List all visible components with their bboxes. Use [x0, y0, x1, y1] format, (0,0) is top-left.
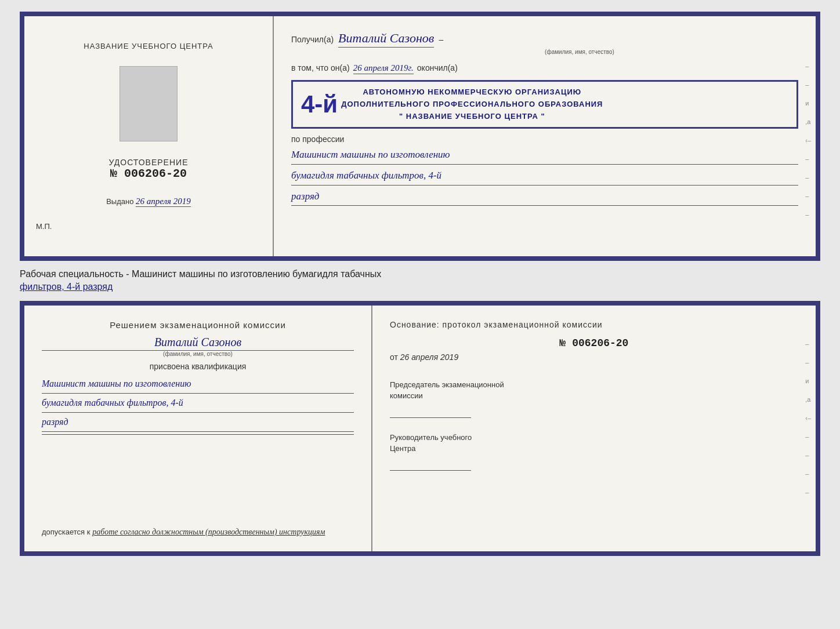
vtom-line: в том, что он(а) 26 апреля 2019г. окончи…: [291, 63, 798, 74]
qual-line3: разряд: [42, 413, 354, 432]
stamp-number-row: 4-й АВТОНОМНУЮ НЕКОММЕРЧЕСКУЮ ОРГАНИЗАЦИ…: [301, 86, 788, 122]
school-name-label: НАЗВАНИЕ УЧЕБНОГО ЦЕНТРА: [84, 42, 213, 50]
cert-bottom-left: Решением экзаменационной комиссии Витали…: [24, 306, 372, 551]
resheniem-text: Решением экзаменационной комиссии: [42, 320, 354, 330]
side-mark-1: –: [805, 63, 811, 70]
between-text2: фильтров, 4-й разряд: [20, 282, 113, 292]
stamp-line3: " НАЗВАНИЕ УЧЕБНОГО ЦЕНТРА ": [341, 111, 603, 123]
profession-line3: разряд: [291, 188, 798, 206]
predsedatel-label: Председатель экзаменационной комиссии: [390, 379, 798, 402]
ot-date-line: от 26 апреля 2019: [390, 352, 798, 362]
bottom-certificate: Решением экзаменационной комиссии Витали…: [20, 301, 820, 556]
cert-bottom-right: Основание: протокол экзаменационной коми…: [372, 306, 816, 551]
poluchil-row: Получил(а) Виталий Сазонов –: [291, 31, 798, 48]
cert-left-panel: НАЗВАНИЕ УЧЕБНОГО ЦЕНТРА УДОСТОВЕРЕНИЕ №…: [24, 16, 274, 256]
predsedatel-signature-line: [390, 406, 471, 418]
rukovoditel-label: Руководитель учебного Центра: [390, 432, 798, 455]
side-mark-4: –: [805, 174, 811, 181]
side-marks-top: – – и ,а ‹– – – – –: [805, 63, 811, 218]
rukovoditel-block: Руководитель учебного Центра: [390, 432, 798, 473]
side-mark-left: ‹–: [805, 137, 811, 144]
side-mark-5: –: [805, 192, 811, 199]
side-mark-2: –: [805, 81, 811, 88]
side-mark-bа: ,а: [805, 396, 811, 403]
side-mark-b3: –: [805, 433, 811, 440]
vydano-prefix: Выдано: [106, 197, 133, 206]
ot-prefix: от: [390, 352, 398, 362]
dash-top: –: [439, 35, 443, 44]
vtom-label: в том, что он(а): [291, 63, 350, 72]
qual-line2: бумагидля табачных фильтров, 4-й: [42, 394, 354, 413]
side-mark-b1: –: [805, 340, 811, 347]
osnovanie-label: Основание: протокол экзаменационной коми…: [390, 320, 798, 329]
predsedatel-block: Председатель экзаменационной комиссии: [390, 379, 798, 420]
stamp-number-large: 4-й: [301, 90, 338, 118]
po-professii-label: по профессии: [291, 134, 798, 144]
fio-subtitle-top: (фамилия, имя, отчество): [361, 49, 798, 55]
side-mark-b5: –: [805, 470, 811, 477]
side-mark-b2: –: [805, 359, 811, 366]
profession-line2: бумагидля табачных фильтров, 4-й: [291, 167, 798, 186]
okончил-label: окончил(а): [417, 63, 458, 72]
vydano-line: Выдано 26 апреля 2019: [106, 197, 191, 206]
stamp-block: 4-й АВТОНОМНУЮ НЕКОММЕРЧЕСКУЮ ОРГАНИЗАЦИ…: [291, 80, 798, 129]
vydano-date: 26 апреля 2019: [136, 197, 191, 207]
side-mark-bи: и: [805, 377, 811, 384]
dopuskaetsya-line: допускается к работе согласно должностны…: [42, 528, 354, 537]
rukovoditel-signature-line: [390, 459, 471, 471]
qual-line1: Машинист машины по изготовлению: [42, 375, 354, 394]
ot-date: 26 апреля 2019: [400, 352, 458, 362]
stamp-line1: АВТОНОМНУЮ НЕКОММЕРЧЕСКУЮ ОРГАНИЗАЦИЮ: [341, 86, 603, 99]
side-mark-b4: –: [805, 452, 811, 459]
profession-line1: Машинист машины по изготовлению: [291, 146, 798, 165]
mp-label: М.П.: [36, 222, 52, 231]
between-text1: Рабочая специальность - Машинист машины …: [20, 269, 381, 279]
top-certificate: НАЗВАНИЕ УЧЕБНОГО ЦЕНТРА УДОСТОВЕРЕНИЕ №…: [20, 12, 820, 261]
cert-right-panel: Получил(а) Виталий Сазонов – (фамилия, и…: [274, 16, 816, 256]
dopusk-label: допускается к: [42, 528, 90, 536]
side-marks-bottom: – – и ,а ‹– – – – –: [805, 340, 811, 496]
side-mark-6: –: [805, 211, 811, 218]
side-mark-3: –: [805, 155, 811, 162]
dopusk-text: работе согласно должностным (производств…: [92, 528, 325, 537]
protocol-number: № 006206-20: [390, 337, 798, 349]
fio-subtitle-bottom: (фамилия, имя, отчество): [42, 351, 354, 357]
udostoverenie-block: УДОСТОВЕРЕНИЕ № 006206-20: [109, 158, 189, 180]
udostoverenie-title: УДОСТОВЕРЕНИЕ: [109, 158, 189, 167]
bottom-recipient-name: Виталий Сазонов: [42, 336, 354, 351]
between-label: Рабочая специальность - Машинист машины …: [20, 268, 820, 294]
side-mark-b6: –: [805, 489, 811, 496]
recipient-name: Виталий Сазонов: [338, 31, 434, 48]
photo-placeholder: [120, 66, 178, 141]
poluchil-label: Получил(а): [291, 35, 334, 44]
udostoverenie-number: № 006206-20: [109, 167, 189, 180]
prisvoyena-label: присвоена квалификация: [42, 362, 354, 371]
side-mark-а: ,а: [805, 118, 811, 125]
vtom-date: 26 апреля 2019г.: [353, 63, 414, 74]
side-mark-bleft: ‹–: [805, 415, 811, 421]
stamp-line2: ДОПОЛНИТЕЛЬНОГО ПРОФЕССИОНАЛЬНОГО ОБРАЗО…: [341, 99, 603, 111]
side-mark-и: и: [805, 100, 811, 107]
stamp-block-inner: АВТОНОМНУЮ НЕКОММЕРЧЕСКУЮ ОРГАНИЗАЦИЮ ДО…: [341, 86, 603, 122]
